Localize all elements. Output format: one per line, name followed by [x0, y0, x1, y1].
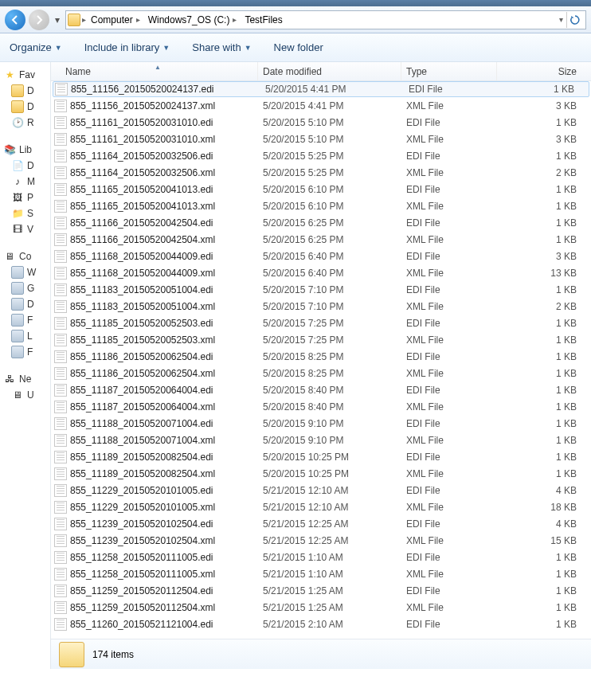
file-type: EDI File	[401, 619, 497, 630]
file-type: XML File	[401, 134, 497, 145]
file-name: 855_11189_20150520082504.xml	[70, 468, 215, 479]
computer-icon: 🖥	[3, 250, 16, 263]
sidebar-item[interactable]: D	[3, 296, 50, 312]
file-row[interactable]: 855_11229_20150520101005.xml5/21/2015 12…	[51, 499, 591, 515]
file-name: 855_11183_20150520051004.xml	[70, 301, 215, 312]
file-list[interactable]: 855_11156_20150520024137.edi5/20/2015 4:…	[51, 81, 591, 639]
file-icon	[54, 166, 67, 179]
column-type[interactable]: Type	[401, 62, 497, 80]
sidebar-item[interactable]: 🕑R	[3, 115, 50, 131]
file-row[interactable]: 855_11183_20150520051004.xml5/20/2015 7:…	[51, 298, 591, 315]
sidebar-item[interactable]: F	[3, 344, 50, 360]
file-icon	[54, 451, 67, 463]
file-row[interactable]: 855_11239_20150520102504.edi5/21/2015 12…	[51, 515, 591, 532]
network-group[interactable]: 🖧Ne	[3, 371, 50, 387]
file-type: EDI File	[401, 184, 497, 195]
file-icon	[54, 284, 67, 296]
file-row[interactable]: 855_11259_20150520112504.edi5/21/2015 1:…	[51, 582, 591, 599]
file-row[interactable]: 855_11161_20150520031010.edi5/20/2015 5:…	[51, 114, 591, 131]
sidebar-item[interactable]: L	[3, 328, 50, 344]
file-row[interactable]: 855_11183_20150520051004.edi5/20/2015 7:…	[51, 281, 591, 298]
history-dropdown[interactable]: ▾	[53, 14, 62, 25]
file-row[interactable]: 855_11187_20150520064004.xml5/20/2015 8:…	[51, 398, 591, 415]
file-row[interactable]: 855_11164_20150520032506.edi5/20/2015 5:…	[51, 147, 591, 164]
drive-icon	[11, 282, 24, 295]
breadcrumb-computer[interactable]: Computer▸	[88, 13, 143, 27]
libraries-group[interactable]: 📚Lib	[3, 142, 50, 158]
navigation-pane[interactable]: ★Fav D D 🕑R 📚Lib 📄D ♪M 🖼P 📁S 🎞V 🖥Co W G …	[0, 62, 51, 669]
sidebar-item[interactable]: 🖼P	[3, 190, 50, 205]
favorites-group[interactable]: ★Fav	[3, 67, 50, 83]
file-row[interactable]: 855_11186_20150520062504.edi5/20/2015 8:…	[51, 348, 591, 365]
file-type: EDI File	[401, 552, 497, 563]
organize-menu[interactable]: Organize▼	[10, 41, 62, 53]
new-folder-button[interactable]: New folder	[274, 41, 323, 53]
file-row[interactable]: 855_11239_20150520102504.xml5/21/2015 12…	[51, 532, 591, 549]
share-with-menu[interactable]: Share with▼	[192, 41, 251, 53]
sidebar-item[interactable]: 📄D	[3, 158, 50, 174]
file-size: 3 KB	[497, 251, 591, 262]
file-date: 5/20/2015 6:40 PM	[258, 251, 401, 262]
sidebar-item[interactable]: G	[3, 280, 50, 296]
sidebar-item[interactable]: D	[3, 99, 50, 115]
file-row[interactable]: 855_11165_20150520041013.edi5/20/2015 6:…	[51, 181, 591, 197]
subversion-icon: 📁	[11, 207, 24, 220]
file-row[interactable]: 855_11166_20150520042504.xml5/20/2015 6:…	[51, 231, 591, 248]
file-row[interactable]: 855_11189_20150520082504.edi5/20/2015 10…	[51, 448, 591, 465]
file-row[interactable]: 855_11166_20150520042504.edi5/20/2015 6:…	[51, 214, 591, 231]
back-button[interactable]	[5, 10, 25, 30]
column-name[interactable]: Name▲	[51, 62, 258, 80]
file-row[interactable]: 855_11164_20150520032506.xml5/20/2015 5:…	[51, 164, 591, 181]
file-type: EDI File	[401, 151, 497, 162]
column-date[interactable]: Date modified	[258, 62, 401, 80]
sort-ascending-icon: ▲	[155, 64, 161, 71]
file-date: 5/20/2015 7:10 PM	[258, 301, 401, 312]
file-icon	[55, 83, 68, 96]
file-row[interactable]: 855_11258_20150520111005.xml5/21/2015 1:…	[51, 565, 591, 582]
file-row[interactable]: 855_11185_20150520052503.edi5/20/2015 7:…	[51, 315, 591, 331]
file-type: EDI File	[404, 84, 499, 95]
file-row[interactable]: 855_11258_20150520111005.edi5/21/2015 1:…	[51, 549, 591, 565]
sidebar-item[interactable]: 🎞V	[3, 221, 50, 237]
column-size[interactable]: Size	[497, 62, 591, 80]
include-in-library-menu[interactable]: Include in library▼	[84, 41, 170, 53]
chevron-right-icon[interactable]: ▸	[82, 15, 86, 24]
file-row[interactable]: 855_11259_20150520112504.xml5/21/2015 1:…	[51, 599, 591, 616]
address-bar[interactable]: ▸ Computer▸ Windows7_OS (C:)▸ TestFiles …	[65, 10, 586, 29]
file-name: 855_11168_20150520044009.edi	[70, 251, 213, 262]
forward-button[interactable]	[29, 10, 49, 30]
file-name: 855_11258_20150520111005.xml	[70, 569, 215, 580]
computer-group[interactable]: 🖥Co	[3, 248, 50, 264]
sidebar-item[interactable]: 🖥U	[3, 387, 50, 403]
file-row[interactable]: 855_11260_20150521121004.edi5/21/2015 2:…	[51, 616, 591, 632]
address-dropdown-icon[interactable]: ▾	[559, 15, 563, 24]
file-row[interactable]: 855_11188_20150520071004.edi5/20/2015 9:…	[51, 415, 591, 432]
file-row[interactable]: 855_11188_20150520071004.xml5/20/2015 9:…	[51, 432, 591, 448]
refresh-button[interactable]	[566, 12, 582, 28]
breadcrumb-drive[interactable]: Windows7_OS (C:)▸	[145, 13, 241, 27]
file-row[interactable]: 855_11189_20150520082504.xml5/20/2015 10…	[51, 465, 591, 482]
file-row[interactable]: 855_11156_20150520024137.xml5/20/2015 4:…	[51, 97, 591, 114]
file-type: EDI File	[401, 217, 497, 229]
sidebar-item[interactable]: W	[3, 264, 50, 280]
sidebar-item[interactable]: ♪M	[3, 174, 50, 190]
file-row[interactable]: 855_11185_20150520052503.xml5/20/2015 7:…	[51, 331, 591, 348]
file-size: 1 KB	[497, 318, 591, 329]
sidebar-item[interactable]: 📁S	[3, 205, 50, 221]
file-row[interactable]: 855_11161_20150520031010.xml5/20/2015 5:…	[51, 131, 591, 147]
sidebar-item[interactable]: D	[3, 83, 50, 99]
breadcrumb-folder[interactable]: TestFiles	[241, 13, 285, 27]
file-row[interactable]: 855_11168_20150520044009.edi5/20/2015 6:…	[51, 248, 591, 264]
file-row[interactable]: 855_11168_20150520044009.xml5/20/2015 6:…	[51, 264, 591, 281]
file-row[interactable]: 855_11156_20150520024137.edi5/20/2015 4:…	[53, 81, 589, 97]
file-row[interactable]: 855_11186_20150520062504.xml5/20/2015 8:…	[51, 365, 591, 381]
file-row[interactable]: 855_11165_20150520041013.xml5/20/2015 6:…	[51, 197, 591, 214]
sidebar-item[interactable]: F	[3, 312, 50, 328]
file-row[interactable]: 855_11229_20150520101005.edi5/21/2015 12…	[51, 482, 591, 499]
file-date: 5/20/2015 6:10 PM	[258, 201, 401, 212]
file-name: 855_11187_20150520064004.edi	[70, 385, 213, 396]
item-count: 174 items	[92, 649, 134, 660]
file-icon	[54, 183, 67, 196]
file-row[interactable]: 855_11187_20150520064004.edi5/20/2015 8:…	[51, 381, 591, 398]
file-name: 855_11260_20150521121004.edi	[70, 619, 213, 630]
